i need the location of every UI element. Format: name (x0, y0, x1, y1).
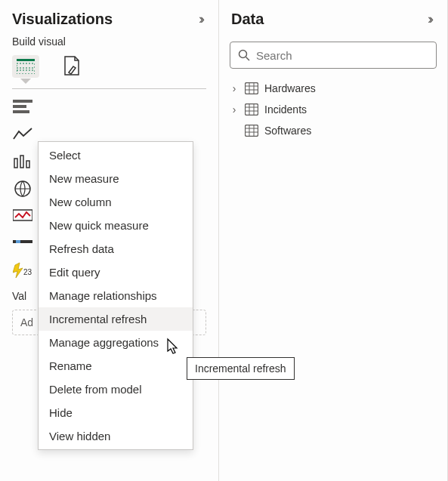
format-page-icon (63, 56, 82, 77)
svg-rect-1 (17, 63, 35, 68)
svg-rect-8 (26, 161, 29, 168)
svg-rect-2 (17, 70, 35, 74)
search-input[interactable] (256, 49, 428, 62)
table-name-label: Softwares (264, 125, 311, 137)
search-box[interactable] (230, 42, 437, 69)
svg-rect-12 (16, 240, 20, 243)
svg-line-17 (246, 57, 250, 61)
context-menu-item[interactable]: New measure (39, 167, 193, 190)
build-visual-tab[interactable] (12, 55, 39, 78)
data-pane: Data ›› › Hardwares › Incidents (219, 0, 448, 481)
context-menu-item[interactable]: Select (39, 143, 193, 167)
context-menu-item[interactable]: New column (39, 190, 193, 214)
line-chart-icon[interactable] (12, 125, 33, 143)
search-icon (238, 49, 250, 61)
viz-divider (12, 88, 206, 89)
svg-point-13 (13, 240, 16, 243)
context-menu-item[interactable]: New quick measure (39, 214, 193, 237)
context-menu-item[interactable]: Edit query (39, 261, 193, 284)
table-icon (245, 125, 258, 137)
table-row[interactable]: › Hardwares (225, 78, 444, 99)
svg-rect-4 (13, 105, 26, 108)
context-menu-item[interactable]: Delete from model (39, 378, 193, 401)
tooltip: Incremental refresh (187, 357, 295, 380)
svg-point-16 (239, 51, 247, 58)
add-fields-placeholder: Ad (20, 316, 33, 328)
format-visual-tab[interactable] (59, 55, 86, 78)
table-name-label: Hardwares (264, 82, 316, 94)
tooltip-text: Incremental refresh (195, 362, 286, 375)
map-icon[interactable] (12, 180, 33, 198)
chevron-right-icon: › (230, 103, 239, 116)
gauge-icon[interactable] (12, 207, 33, 225)
svg-rect-3 (13, 100, 32, 103)
svg-rect-28 (246, 125, 258, 137)
table-row[interactable]: › Incidents (225, 99, 444, 120)
tables-list: › Hardwares › Incidents Softwares (219, 76, 447, 141)
svg-rect-0 (17, 59, 35, 61)
chevron-right-icon: › (230, 82, 239, 94)
chevron-right-icon (230, 125, 239, 137)
mouse-cursor-icon (165, 338, 180, 356)
build-visual-label: Build visual (0, 32, 218, 54)
svg-point-14 (29, 240, 32, 243)
ribbon-chart-icon[interactable] (12, 153, 33, 171)
visualizations-header: Visualizations ›› (0, 0, 218, 32)
stacked-bar-icon[interactable] (12, 98, 33, 116)
context-menu-item[interactable]: Refresh data (39, 237, 193, 261)
data-header: Data ›› (219, 0, 447, 32)
build-visual-tabs (0, 54, 218, 81)
context-menu-item[interactable]: Hide (39, 401, 193, 424)
visualizations-title: Visualizations (12, 11, 113, 28)
svg-rect-18 (246, 83, 258, 94)
context-menu-item[interactable]: View hidden (39, 424, 193, 448)
svg-rect-7 (20, 156, 23, 168)
svg-rect-6 (14, 159, 17, 168)
collapse-data-pane-button[interactable]: ›› (428, 11, 435, 27)
data-title: Data (231, 11, 264, 28)
context-menu-item[interactable]: Incremental refresh (39, 307, 193, 331)
context-menu: SelectNew measureNew columnNew quick mea… (38, 141, 193, 450)
svg-text:23: 23 (23, 268, 32, 276)
table-row[interactable]: Softwares (225, 120, 444, 141)
svg-rect-5 (13, 110, 29, 113)
table-icon (245, 82, 258, 94)
powerapps-icon[interactable]: 23 (12, 261, 33, 279)
context-menu-item[interactable]: Rename (39, 354, 193, 378)
table-icon (245, 103, 258, 116)
svg-rect-23 (246, 104, 258, 116)
slicer-icon[interactable] (12, 234, 33, 252)
table-visual-icon (17, 59, 35, 74)
collapse-viz-pane-button[interactable]: ›› (199, 11, 206, 27)
table-name-label: Incidents (264, 103, 307, 116)
context-menu-item[interactable]: Manage relationships (39, 284, 193, 307)
